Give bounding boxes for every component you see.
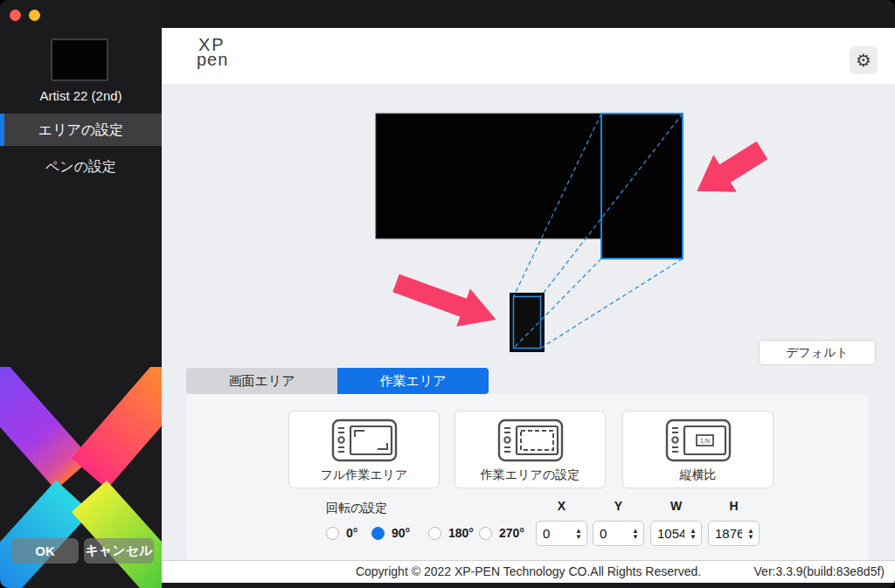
radio-label: 0° xyxy=(346,526,357,540)
default-button[interactable]: デフォルト xyxy=(759,340,876,365)
version-text: Ver:3.3.9(build:83e8d5f) xyxy=(754,561,885,583)
card-label: フル作業エリア xyxy=(289,467,439,483)
tab-screen-area[interactable]: 画面エリア xyxy=(186,368,337,394)
display-monitor-2-border xyxy=(601,114,683,259)
rotation-radio-180[interactable]: 180° xyxy=(428,526,474,540)
minimize-window-button[interactable] xyxy=(29,10,40,21)
stepper-down-icon[interactable]: ▼ xyxy=(575,534,582,540)
card-label: 作業エリアの設定 xyxy=(455,467,605,483)
app-window: Artist 22 (2nd) エリアの設定 ペンの設定 xyxy=(0,0,895,588)
w-label: W xyxy=(650,499,702,513)
main-area: XP pen ⚙ xyxy=(162,0,895,588)
x-label: X xyxy=(536,499,587,513)
gear-icon: ⚙ xyxy=(856,51,871,70)
display-monitor-2 xyxy=(601,114,683,259)
tab-work-area[interactable]: 作業エリア xyxy=(337,368,489,394)
annotation-arrow-icon xyxy=(389,264,503,338)
sidebar-item-pen-settings[interactable]: ペンの設定 xyxy=(0,150,162,183)
radio-label: 90° xyxy=(392,526,410,540)
sidebar-item-area-settings[interactable]: エリアの設定 xyxy=(0,114,162,146)
annotation-arrow-icon xyxy=(685,132,774,210)
tablet-custom-area-icon xyxy=(497,419,564,462)
h-label: H xyxy=(708,499,760,513)
tablet-aspect-ratio-icon: 1:N xyxy=(665,419,732,462)
stepper-down-icon[interactable]: ▼ xyxy=(632,534,639,540)
content-area: XP pen ⚙ xyxy=(162,28,895,560)
tablet-full-area-icon xyxy=(331,419,398,462)
radio-circle-selected[interactable] xyxy=(371,527,385,540)
radio-label: 180° xyxy=(448,526,474,540)
stepper-down-icon[interactable]: ▼ xyxy=(747,534,754,540)
tablet-area-frame xyxy=(510,293,545,352)
display-monitor-1 xyxy=(376,114,601,239)
card-full-work-area[interactable]: フル作業エリア xyxy=(288,411,440,488)
y-input[interactable] xyxy=(593,526,627,541)
stepper-arrows[interactable]: ▲▼ xyxy=(632,528,639,540)
y-label: Y xyxy=(593,499,644,513)
x-input[interactable] xyxy=(537,526,570,541)
sidebar: Artist 22 (2nd) エリアの設定 ペンの設定 xyxy=(0,0,162,588)
h-stepper: ▲▼ xyxy=(708,521,760,546)
stepper-down-icon[interactable]: ▼ xyxy=(690,534,697,540)
ok-button[interactable]: OK xyxy=(11,538,79,564)
sidebar-item-label: エリアの設定 xyxy=(38,122,124,137)
radio-circle[interactable] xyxy=(428,527,441,540)
stepper-arrows[interactable]: ▲▼ xyxy=(690,528,697,540)
radio-label: 270° xyxy=(499,526,524,540)
rotation-radio-270[interactable]: 270° xyxy=(479,526,524,540)
radio-circle[interactable] xyxy=(326,527,339,540)
card-label: 縦横比 xyxy=(623,467,773,483)
footer: Copyright © 2022 XP-PEN Technology CO.Al… xyxy=(162,560,895,583)
close-window-button[interactable] xyxy=(10,10,21,21)
tablet-working-area[interactable] xyxy=(514,297,541,349)
active-indicator xyxy=(0,114,4,146)
mapping-lines xyxy=(514,114,683,349)
header xyxy=(162,28,895,84)
logo-text-bottom: pen xyxy=(197,51,228,68)
radio-circle[interactable] xyxy=(479,527,492,540)
stepper-arrows[interactable]: ▲▼ xyxy=(575,528,582,540)
h-input[interactable] xyxy=(709,526,742,541)
device-name: Artist 22 (2nd) xyxy=(0,88,162,103)
w-stepper: ▲▼ xyxy=(650,521,702,546)
tablet-preview-image xyxy=(51,38,108,81)
xp-pen-logo: XP pen xyxy=(197,36,228,68)
card-work-area-settings[interactable]: 作業エリアの設定 xyxy=(454,411,606,488)
settings-gear-button[interactable]: ⚙ xyxy=(850,46,878,74)
tab-bar: 画面エリア 作業エリア xyxy=(186,368,489,394)
x-stepper: ▲▼ xyxy=(536,521,587,546)
rotation-radio-0[interactable]: 0° xyxy=(326,526,357,540)
w-input[interactable] xyxy=(651,526,684,541)
y-stepper: ▲▼ xyxy=(593,521,644,546)
rotation-settings-label: 回転の設定 xyxy=(326,501,387,516)
stepper-arrows[interactable]: ▲▼ xyxy=(747,528,754,540)
svg-text:1:N: 1:N xyxy=(700,438,710,444)
card-aspect-ratio[interactable]: 1:N 縦横比 xyxy=(622,411,774,488)
sidebar-item-label: ペンの設定 xyxy=(45,159,116,174)
rotation-radio-90[interactable]: 90° xyxy=(371,526,410,540)
cancel-button[interactable]: キャンセル xyxy=(84,538,154,564)
